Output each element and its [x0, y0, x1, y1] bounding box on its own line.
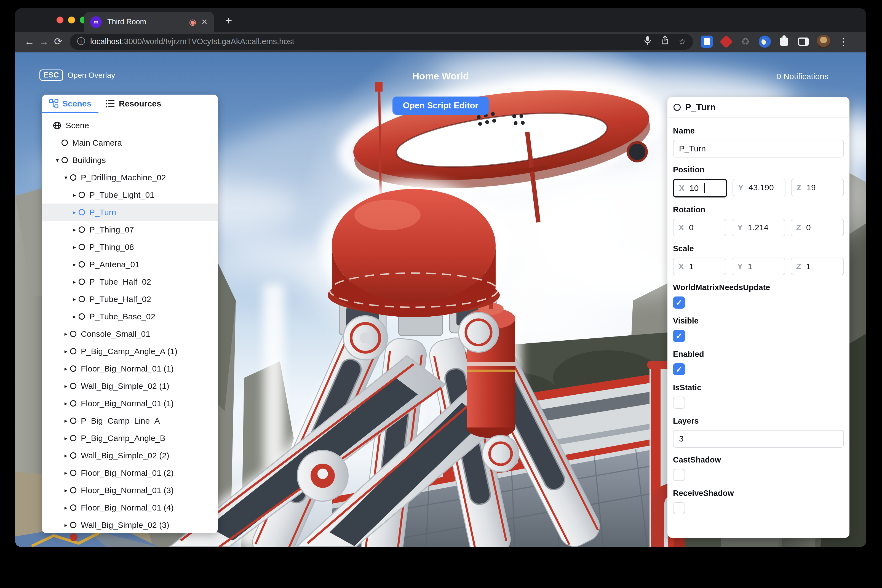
- caret-icon[interactable]: ▸: [62, 470, 70, 476]
- scale-x-input[interactable]: X1: [673, 258, 726, 275]
- caret-icon[interactable]: ▸: [62, 348, 70, 355]
- property-checkbox[interactable]: [673, 502, 685, 514]
- tree-item[interactable]: ▸ Floor_Big_Normal_01 (4): [42, 499, 218, 516]
- tree-item[interactable]: Scene: [42, 117, 218, 134]
- entity-icon: [70, 452, 76, 459]
- microphone-icon[interactable]: [644, 36, 651, 47]
- profile-avatar[interactable]: [817, 35, 830, 48]
- property-checkbox[interactable]: [673, 397, 685, 409]
- tree-item[interactable]: ▸ P_Thing_08: [42, 238, 218, 256]
- caret-icon[interactable]: ▾: [62, 174, 70, 181]
- site-info-icon[interactable]: ⓘ: [77, 36, 85, 47]
- dark-mode-extension-icon[interactable]: [759, 36, 771, 48]
- tree-item[interactable]: Main Camera: [42, 134, 218, 152]
- side-panel-icon[interactable]: [797, 36, 810, 48]
- open-script-editor-button[interactable]: Open Script Editor: [393, 96, 489, 115]
- caret-icon[interactable]: ▸: [62, 504, 70, 511]
- tree-item[interactable]: ▸ P_Turn: [42, 204, 218, 221]
- window-controls: [57, 16, 87, 24]
- caret-icon[interactable]: ▸: [62, 417, 70, 424]
- position-y-input[interactable]: Y43.190: [732, 179, 786, 196]
- browser-toolbar: ← → ⟳ ⓘ localhost :3000/world/!vjrzmTVOc…: [15, 32, 866, 52]
- tree-item[interactable]: ▸ P_Tube_Light_01: [42, 186, 218, 204]
- caret-icon[interactable]: ▸: [62, 435, 70, 441]
- notifications-label[interactable]: 0 Notifications: [777, 72, 828, 81]
- tree-item[interactable]: ▸ P_Tube_Half_02: [42, 273, 218, 290]
- caret-icon[interactable]: ▸: [70, 226, 79, 233]
- rotation-y-input[interactable]: Y1.214: [732, 219, 785, 236]
- close-window-button[interactable]: [57, 16, 63, 24]
- extensions-puzzle-icon[interactable]: [778, 36, 790, 48]
- scale-inputs: X1 Y1 Z1: [673, 258, 844, 275]
- rotation-inputs: X0 Y1.214 Z0: [673, 219, 844, 236]
- tab-scenes[interactable]: Scenes: [42, 94, 99, 113]
- property-checkbox[interactable]: ✓: [673, 363, 685, 375]
- red-diamond-extension-icon[interactable]: [720, 36, 732, 48]
- position-x-input[interactable]: X10: [673, 179, 727, 198]
- browser-tab[interactable]: ∞ Third Room ◉ ✕: [84, 12, 214, 32]
- share-icon[interactable]: [661, 36, 669, 47]
- tree-item[interactable]: ▸ Floor_Big_Normal_01 (1): [42, 394, 218, 412]
- tree-item[interactable]: ▸ P_Big_Camp_Line_A: [42, 412, 218, 429]
- tree-item[interactable]: ▸ Console_Small_01: [42, 325, 218, 342]
- entity-icon: [70, 487, 76, 494]
- caret-icon[interactable]: ▸: [70, 192, 79, 198]
- rotation-x-input[interactable]: X0: [673, 219, 726, 236]
- world-viewport[interactable]: ESC Open Overlay Home World 0 Notificati…: [15, 52, 866, 547]
- tree-item[interactable]: ▸ Wall_Big_Simple_02 (2): [42, 447, 218, 464]
- back-button[interactable]: ←: [22, 36, 37, 47]
- tree-item[interactable]: ▸ P_Tube_Half_02: [42, 290, 218, 308]
- tree-item[interactable]: ▸ P_Thing_07: [42, 221, 218, 238]
- caret-icon[interactable]: ▸: [70, 313, 79, 320]
- caret-icon[interactable]: ▸: [70, 261, 79, 268]
- entity-icon: [70, 435, 76, 441]
- property-row: Visible ✓: [673, 316, 844, 342]
- tree-item[interactable]: ▸ P_Antena_01: [42, 256, 218, 273]
- inspector-header: P_Turn: [668, 97, 849, 118]
- tree-item[interactable]: ▾ Buildings: [42, 152, 218, 169]
- tree-item[interactable]: ▸ P_Big_Camp_Angle_B: [42, 429, 218, 447]
- property-checkbox[interactable]: [673, 469, 685, 481]
- caret-icon[interactable]: ▸: [62, 400, 70, 407]
- caret-icon[interactable]: ▸: [62, 331, 70, 337]
- tree-item[interactable]: ▸ Floor_Big_Normal_01 (1): [42, 360, 218, 377]
- entity-icon: [53, 122, 61, 130]
- tab-resources[interactable]: Resources: [99, 94, 168, 113]
- caret-icon[interactable]: ▸: [70, 209, 79, 216]
- caret-icon[interactable]: ▸: [62, 522, 70, 528]
- tree-item[interactable]: ▸ Floor_Big_Normal_01 (3): [42, 482, 218, 499]
- address-bar[interactable]: ⓘ localhost :3000/world/!vjrzmTVOcyIsLga…: [70, 34, 693, 50]
- new-tab-button[interactable]: +: [225, 15, 232, 27]
- caret-icon[interactable]: ▸: [70, 296, 79, 303]
- password-manager-extension-icon[interactable]: [701, 36, 713, 48]
- caret-icon[interactable]: ▸: [62, 383, 70, 389]
- recycle-extension-icon[interactable]: ♻: [740, 36, 752, 48]
- scale-z-input[interactable]: Z1: [791, 258, 844, 275]
- caret-icon[interactable]: ▸: [62, 365, 70, 372]
- tree-item[interactable]: ▸ Wall_Big_Simple_02 (3): [42, 516, 218, 533]
- tree-item[interactable]: ▸ Floor_Big_Normal_01 (2): [42, 464, 218, 482]
- tree-item[interactable]: ▸ Wall_Big_Simple_02 (1): [42, 377, 218, 394]
- name-input[interactable]: P_Turn: [673, 140, 844, 158]
- caret-icon[interactable]: ▸: [70, 244, 79, 250]
- reload-button[interactable]: ⟳: [51, 36, 65, 47]
- bookmark-star-icon[interactable]: ☆: [678, 37, 686, 46]
- browser-menu-icon[interactable]: ⋮: [839, 36, 848, 47]
- tree-item[interactable]: ▸ P_Big_Camp_Angle_A (1): [42, 342, 218, 360]
- tree-item[interactable]: ▾ P_Drilling_Machine_02: [42, 169, 218, 186]
- scale-y-input[interactable]: Y1: [732, 258, 785, 275]
- property-input[interactable]: 3: [673, 430, 844, 448]
- caret-icon[interactable]: ▸: [70, 279, 79, 285]
- minimize-window-button[interactable]: [68, 16, 75, 24]
- caret-icon[interactable]: ▸: [62, 487, 70, 494]
- inspector-title: P_Turn: [685, 102, 716, 112]
- property-checkbox[interactable]: ✓: [673, 330, 685, 342]
- caret-icon[interactable]: ▾: [53, 157, 62, 164]
- forward-button[interactable]: →: [37, 36, 51, 47]
- rotation-z-input[interactable]: Z0: [791, 219, 844, 236]
- position-z-input[interactable]: Z19: [791, 179, 844, 196]
- close-tab-icon[interactable]: ✕: [201, 17, 208, 27]
- caret-icon[interactable]: ▸: [62, 452, 70, 459]
- tree-item[interactable]: ▸ P_Tube_Base_02: [42, 308, 218, 325]
- property-checkbox[interactable]: ✓: [673, 297, 685, 309]
